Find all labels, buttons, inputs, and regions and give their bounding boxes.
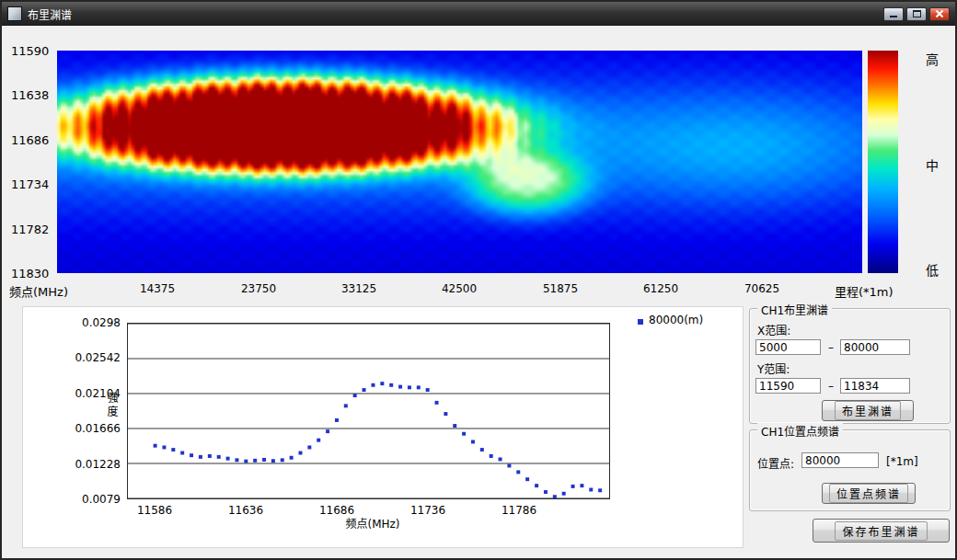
brillouin-button[interactable]: 布里渊谱 — [822, 400, 914, 421]
colorbar-label-mid: 中 — [926, 155, 939, 174]
legend-marker — [638, 319, 643, 325]
y-range-dash: – — [828, 380, 834, 393]
close-icon — [935, 9, 944, 18]
spectrum-plot-svg — [128, 324, 609, 498]
spectrum-x-tick: 11636 — [218, 504, 273, 517]
spectrum-y-tick: 0.01666 — [49, 422, 121, 435]
heatmap-x-tick: 14375 — [125, 282, 190, 295]
y-range-label: Y范围: — [757, 360, 790, 376]
maximize-icon — [913, 10, 921, 17]
y-max-input[interactable] — [840, 378, 910, 394]
heatmap-y-tick: 11830 — [11, 267, 49, 280]
spectrum-y-tick: 0.0079 — [49, 493, 121, 506]
position-unit-label: [*1m] — [886, 455, 918, 468]
brillouin-button-label: 布里渊谱 — [835, 401, 901, 420]
spectrum-x-tick: 11586 — [127, 504, 182, 517]
heatmap-x-tick: 51875 — [528, 282, 593, 295]
spectrum-y-tick: 0.01228 — [49, 458, 121, 471]
position-spectrum-button[interactable]: 位置点频谱 — [822, 483, 916, 504]
heatmap-y-tick: 11590 — [11, 44, 49, 58]
colorbar — [868, 51, 898, 273]
minimize-icon — [890, 16, 897, 17]
spectrum-y-tick: 0.0298 — [49, 316, 121, 329]
window-controls — [883, 7, 950, 21]
save-brillouin-button-label: 保存布里渊谱 — [835, 521, 927, 541]
heatmap-y-axis-label: 频点(MHz) — [9, 282, 68, 300]
spectrum-y-axis-label: 强度 — [104, 392, 120, 419]
spectrum-x-tick: 11786 — [491, 504, 547, 517]
legend-label: 80000(m) — [649, 314, 703, 326]
spectrum-y-tick: 0.02542 — [49, 351, 121, 364]
group-position-title: CH1位置点频谱 — [757, 423, 843, 439]
position-label: 位置点: — [757, 455, 794, 471]
heatmap-x-tick: 33125 — [327, 282, 391, 295]
heatmap-y-tick: 11782 — [11, 223, 49, 236]
position-input[interactable] — [801, 452, 879, 468]
colorbar-label-low: 低 — [926, 260, 939, 279]
app-icon — [7, 6, 22, 21]
group-position: CH1位置点频谱 位置点: [*1m] 位置点频谱 — [749, 429, 951, 511]
minimize-button[interactable] — [883, 7, 904, 21]
x-max-input[interactable] — [840, 339, 910, 355]
heatmap-y-tick: 11686 — [11, 133, 49, 147]
heatmap-x-tick: 23750 — [226, 282, 291, 295]
group-brillouin-title: CH1布里渊谱 — [757, 302, 832, 317]
spectrum-plot-area — [127, 323, 610, 499]
heatmap-x-axis-label: 里程(*1m) — [835, 282, 894, 300]
x-range-label: X范围: — [757, 322, 790, 337]
x-range-dash: – — [828, 341, 834, 354]
close-button[interactable] — [929, 7, 950, 21]
heatmap-x-tick: 70625 — [730, 282, 794, 295]
heatmap-canvas — [57, 51, 862, 273]
title-bar[interactable]: 布里渊谱 — [2, 2, 955, 26]
group-brillouin: CH1布里渊谱 X范围: – Y范围: – 布里渊谱 — [749, 308, 951, 424]
spectrum-panel: 0.0298 0.02542 0.02104 0.01666 0.01228 0… — [22, 306, 744, 548]
heatmap-x-tick: 61250 — [628, 282, 693, 295]
heatmap-x-tick: 42500 — [427, 282, 491, 295]
app-window: 布里渊谱 11590 11638 11686 11734 11782 11830… — [0, 0, 957, 560]
heatmap-y-tick: 11734 — [11, 177, 49, 191]
maximize-button[interactable] — [906, 7, 927, 21]
colorbar-label-high: 高 — [926, 50, 939, 68]
y-min-input[interactable] — [755, 378, 821, 394]
heatmap-y-tick: 11638 — [11, 88, 49, 102]
x-min-input[interactable] — [755, 339, 821, 355]
position-spectrum-button-label: 位置点频谱 — [829, 484, 908, 503]
window-title: 布里渊谱 — [28, 6, 72, 22]
save-brillouin-button[interactable]: 保存布里渊谱 — [813, 519, 950, 543]
spectrum-x-axis-label: 频点(MHz) — [327, 515, 419, 531]
